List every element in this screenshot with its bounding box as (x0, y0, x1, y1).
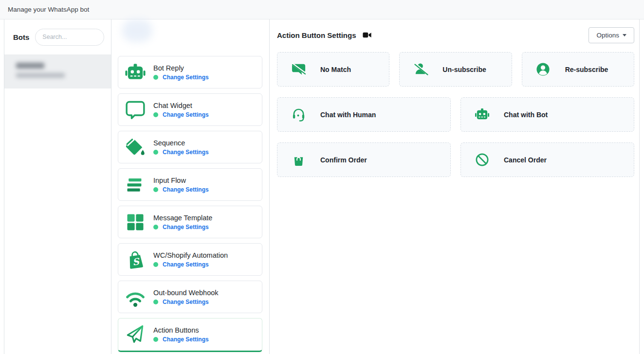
panel-title: Action Button Settings (277, 31, 356, 39)
action-card-label: No Match (320, 66, 351, 73)
wifi-icon (125, 286, 146, 308)
action-card-cancel-order[interactable]: Cancel Order (460, 142, 634, 177)
feature-title: WC/Shopify Automation (153, 251, 228, 259)
feature-title: Bot Reply (153, 64, 209, 72)
feature-title: Chat Widget (153, 102, 209, 109)
bots-title: Bots (13, 33, 29, 41)
robot-icon (125, 62, 146, 83)
status-dot (153, 187, 158, 192)
content-frame: Bots Bot Reply Change Settings (4, 19, 640, 354)
action-buttons-row-2: Chat with Human Chat with Bot (277, 97, 634, 132)
action-card-label: Re-subscribe (565, 66, 608, 73)
change-settings-link[interactable]: Change Settings (163, 149, 209, 156)
change-settings-link[interactable]: Change Settings (163, 299, 209, 305)
redacted-bot-name (16, 63, 44, 69)
action-card-chat-with-human[interactable]: Chat with Human (277, 97, 451, 132)
action-card-label: Confirm Order (320, 156, 367, 164)
change-settings-link[interactable]: Change Settings (163, 224, 209, 230)
bots-sidebar-header: Bots (4, 19, 111, 55)
panel-header: Action Button Settings Options (277, 28, 634, 42)
bars-icon (125, 174, 146, 195)
change-settings-link[interactable]: Change Settings (163, 74, 209, 81)
action-card-no-match[interactable]: No Match (277, 52, 389, 87)
feature-title: Message Template (153, 214, 212, 222)
caret-down-icon (623, 34, 626, 36)
change-settings-link[interactable]: Change Settings (163, 111, 209, 118)
status-dot (153, 150, 158, 155)
change-settings-link[interactable]: Change Settings (163, 186, 209, 193)
feature-card-outbound-webhook[interactable]: Out-bound Webhook Change Settings (118, 281, 262, 313)
action-card-label: Chat with Bot (504, 111, 548, 119)
robot-icon (474, 107, 490, 123)
action-card-label: Un-subscribe (442, 66, 486, 73)
action-card-chat-with-bot[interactable]: Chat with Bot (460, 97, 634, 132)
redacted-bot-phone (16, 73, 65, 78)
action-card-resubscribe[interactable]: Re-subscribe (522, 52, 634, 87)
feature-card-sequence[interactable]: Sequence Change Settings (118, 131, 262, 163)
change-settings-link[interactable]: Change Settings (163, 261, 209, 268)
grid-icon (125, 212, 146, 233)
status-dot (153, 112, 158, 117)
options-button-label: Options (596, 32, 619, 39)
feature-card-chat-widget[interactable]: Chat Widget Change Settings (118, 93, 262, 126)
headset-icon (291, 107, 306, 123)
feature-card-input-flow[interactable]: Input Flow Change Settings (118, 168, 262, 201)
action-card-label: Chat with Human (320, 111, 376, 119)
feature-card-bot-reply[interactable]: Bot Reply Change Settings (118, 56, 262, 88)
feature-card-action-buttons[interactable]: Action Buttons Change Settings (118, 318, 262, 352)
bot-search-input[interactable] (35, 29, 104, 46)
user-slash-icon (413, 62, 428, 77)
paint-bucket-icon (125, 137, 146, 158)
paper-plane-icon (125, 324, 146, 345)
video-camera-icon (363, 32, 371, 38)
feature-title: Out-bound Webhook (153, 289, 219, 297)
feature-title: Action Buttons (153, 326, 209, 334)
status-dot (153, 337, 158, 342)
status-dot (153, 262, 158, 267)
change-settings-link[interactable]: Change Settings (163, 336, 209, 343)
features-column: Bot Reply Change Settings Chat Widget Ch… (111, 19, 270, 354)
page-title: Manage your WhatsApp bot (8, 6, 89, 13)
status-dot (153, 300, 158, 304)
shopping-bag-icon (291, 152, 306, 168)
action-card-label: Cancel Order (504, 156, 547, 164)
feature-title: Input Flow (153, 177, 209, 184)
action-card-unsubscribe[interactable]: Un-subscribe (399, 52, 512, 87)
comment-slash-icon (291, 62, 306, 77)
topbar: Manage your WhatsApp bot (0, 0, 644, 19)
feature-card-shopify-automation[interactable]: S WC/Shopify Automation Change Settings (118, 243, 262, 276)
action-button-settings-panel: Action Button Settings Options No Match (270, 19, 639, 354)
feature-card-message-template[interactable]: Message Template Change Settings (118, 206, 262, 238)
ban-icon (474, 152, 490, 168)
bot-list-item-selected[interactable] (4, 55, 111, 88)
redacted-blob (122, 19, 152, 42)
action-card-confirm-order[interactable]: Confirm Order (277, 142, 451, 177)
action-buttons-row-3: Confirm Order Cancel Order (277, 142, 634, 177)
user-circle-icon (535, 62, 551, 77)
bots-sidebar: Bots (4, 19, 111, 354)
status-dot (153, 225, 158, 230)
action-buttons-row-1: No Match Un-subscribe Re-subscribe (277, 52, 634, 87)
chat-bubble-icon (125, 99, 146, 121)
feature-title: Sequence (153, 139, 209, 147)
shopify-icon: S (125, 249, 146, 270)
status-dot (153, 75, 158, 80)
options-button[interactable]: Options (589, 27, 634, 43)
